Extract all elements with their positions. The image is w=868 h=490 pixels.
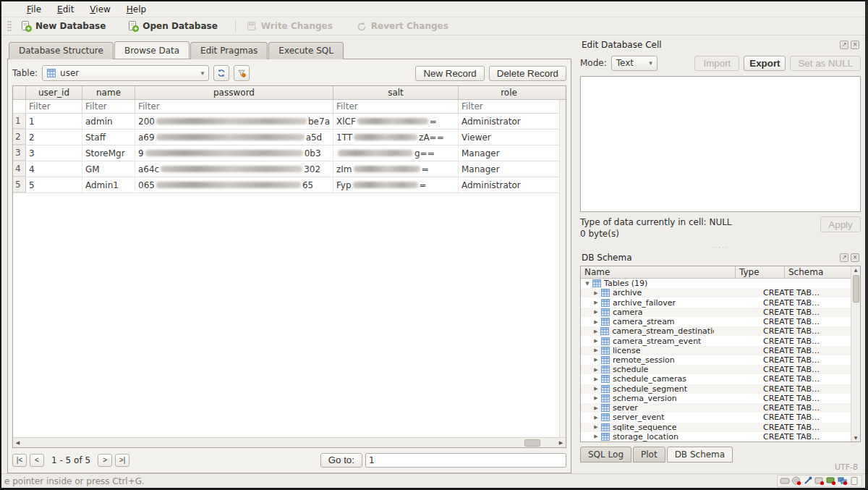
vm-display-icon[interactable] <box>826 476 836 486</box>
tree-item-table[interactable]: ▶schedule_segmentCREATE TAB… <box>581 384 851 394</box>
cell-password[interactable]: 06565 <box>135 177 333 193</box>
tree-item-table[interactable]: ▶serverCREATE TAB… <box>581 403 851 413</box>
menu-edit[interactable]: Edit <box>51 3 80 16</box>
tree-item-table[interactable]: ▶schema_versionCREATE TAB… <box>581 394 851 403</box>
first-page-button[interactable]: |< <box>12 454 27 467</box>
tree-item-table[interactable]: ▶storage_locationCREATE TAB… <box>581 432 851 442</box>
row-number[interactable]: 3 <box>13 145 26 161</box>
tree-root-tables[interactable]: ▼Tables (19) <box>581 279 851 288</box>
row-number[interactable]: 2 <box>13 130 26 145</box>
scrollbar-thumb[interactable] <box>524 439 540 447</box>
cell-user-id[interactable]: 4 <box>26 161 82 177</box>
scrollbar-thumb[interactable] <box>853 275 859 303</box>
table-row[interactable]: 2 2 Staff a69a5d 1TTzA== Viewer <box>13 130 566 145</box>
cell-password[interactable]: a69a5d <box>135 130 333 145</box>
tree-collapsed-icon[interactable]: ▶ <box>592 319 600 325</box>
tree-collapsed-icon[interactable]: ▶ <box>592 357 600 363</box>
filter-password-input[interactable] <box>135 101 333 111</box>
close-dock-icon[interactable]: × <box>851 253 859 262</box>
cell-salt[interactable]: g== <box>333 145 459 161</box>
tree-collapsed-icon[interactable]: ▶ <box>592 300 600 305</box>
tree-collapsed-icon[interactable]: ▶ <box>592 376 600 382</box>
tree-item-table[interactable]: ▶camera_streamCREATE TAB… <box>581 317 851 326</box>
vm-usb-icon[interactable] <box>803 476 813 486</box>
vm-cd-icon[interactable] <box>791 476 801 486</box>
table-row[interactable]: 5 5 Admin1 06565 Fyp= Administrator <box>13 177 566 193</box>
cell-name[interactable]: admin <box>82 114 135 129</box>
refresh-button[interactable] <box>213 65 229 81</box>
cell-name[interactable]: GM <box>82 161 135 177</box>
goto-input[interactable] <box>365 453 566 468</box>
tree-collapsed-icon[interactable]: ▶ <box>592 424 600 430</box>
tree-col-name[interactable]: Name <box>581 266 736 278</box>
cell-user-id[interactable]: 2 <box>26 130 82 145</box>
tab-edit-pragmas[interactable]: Edit Pragmas <box>190 42 268 59</box>
cell-salt[interactable]: 1TTzA== <box>333 130 459 145</box>
prev-page-button[interactable]: < <box>30 454 44 467</box>
row-number[interactable]: 4 <box>13 161 26 177</box>
tree-collapsed-icon[interactable]: ▶ <box>592 386 600 392</box>
table-row[interactable]: 4 4 GM a64c302 zIm= Manager <box>13 161 566 177</box>
cell-name[interactable]: StoreMgr <box>82 145 135 161</box>
table-row[interactable]: 3 3 StoreMgr 90b3 g== Manager <box>13 145 566 161</box>
tree-item-table[interactable]: ▶camera_stream_destinationCREATE TAB… <box>581 326 851 336</box>
cell-password[interactable]: 200be7a <box>135 114 333 129</box>
tree-expanded-icon[interactable]: ▼ <box>584 281 591 287</box>
table-row[interactable]: 1 1 admin 200be7a XlCF= Administrator <box>13 114 566 130</box>
cell-role[interactable]: Manager <box>459 161 559 177</box>
cell-user-id[interactable]: 5 <box>26 177 82 193</box>
tree-collapsed-icon[interactable]: ▶ <box>592 309 600 315</box>
tab-sql-log[interactable]: SQL Log <box>580 447 631 462</box>
tree-item-table[interactable]: ▶sqlite_sequenceCREATE TAB… <box>581 423 851 432</box>
vm-shared-folders-icon[interactable] <box>814 476 825 486</box>
tree-item-table[interactable]: ▶archive_failoverCREATE TAB… <box>581 297 851 307</box>
tree-collapsed-icon[interactable]: ▶ <box>592 405 600 411</box>
cell-name[interactable]: Admin1 <box>82 177 135 193</box>
horizontal-scrollbar[interactable]: ◀ ▶ <box>13 437 566 447</box>
filter-salt-input[interactable] <box>333 101 458 111</box>
cell-user-id[interactable]: 1 <box>26 114 82 129</box>
col-header-name[interactable]: name <box>82 86 135 99</box>
cell-name[interactable]: Staff <box>82 130 135 145</box>
cell-password[interactable]: 90b3 <box>135 145 333 161</box>
tab-execute-sql[interactable]: Execute SQL <box>268 42 344 59</box>
menu-file[interactable]: File <box>20 3 48 16</box>
dock-splitter-handle[interactable]: ····· <box>580 244 861 251</box>
cell-user-id[interactable]: 3 <box>26 145 82 161</box>
tree-collapsed-icon[interactable]: ▶ <box>592 338 600 344</box>
cell-salt[interactable]: XlCF= <box>333 114 459 129</box>
tab-database-structure[interactable]: Database Structure <box>9 42 114 59</box>
tree-col-type[interactable]: Type <box>736 266 785 278</box>
clear-filters-button[interactable] <box>234 65 250 81</box>
tree-collapsed-icon[interactable]: ▶ <box>592 395 600 401</box>
table-select[interactable]: user ▾ <box>42 65 209 81</box>
scroll-up-icon[interactable]: ▲ <box>854 266 858 274</box>
cell-salt[interactable]: Fyp= <box>333 177 459 193</box>
scroll-down-icon[interactable]: ▼ <box>854 434 858 442</box>
tab-db-schema[interactable]: DB Schema <box>667 447 733 462</box>
scroll-left-icon[interactable]: ◀ <box>13 439 22 447</box>
goto-button[interactable]: Go to: <box>320 453 362 468</box>
open-database-button[interactable]: Open Database <box>122 19 224 33</box>
mode-select[interactable]: Text ▾ <box>611 56 658 71</box>
last-page-button[interactable]: >| <box>115 454 129 467</box>
vm-pointer-icon[interactable] <box>849 476 859 486</box>
tree-collapsed-icon[interactable]: ▶ <box>592 367 600 373</box>
tab-plot[interactable]: Plot <box>633 447 665 462</box>
cell-salt[interactable]: zIm= <box>333 161 459 177</box>
col-header-role[interactable]: role <box>459 86 559 99</box>
new-database-button[interactable]: New Database <box>14 19 111 33</box>
float-dock-icon[interactable]: ↗ <box>840 41 848 49</box>
cell-password[interactable]: a64c302 <box>135 161 333 177</box>
tree-item-table[interactable]: ▶schedule_camerasCREATE TAB… <box>581 374 851 384</box>
filter-role-input[interactable] <box>459 101 559 111</box>
export-button[interactable]: Export <box>744 56 786 71</box>
tree-collapsed-icon[interactable]: ▶ <box>592 347 600 353</box>
cell-role[interactable]: Manager <box>459 145 559 161</box>
tree-item-table[interactable]: ▶licenseCREATE TAB… <box>581 346 851 355</box>
menu-view[interactable]: View <box>83 3 116 16</box>
tree-collapsed-icon[interactable]: ▶ <box>592 415 600 421</box>
cell-editor-area[interactable] <box>580 76 861 212</box>
delete-record-button[interactable]: Delete Record <box>489 66 566 81</box>
tree-item-table[interactable]: ▶cameraCREATE TAB… <box>581 308 851 317</box>
